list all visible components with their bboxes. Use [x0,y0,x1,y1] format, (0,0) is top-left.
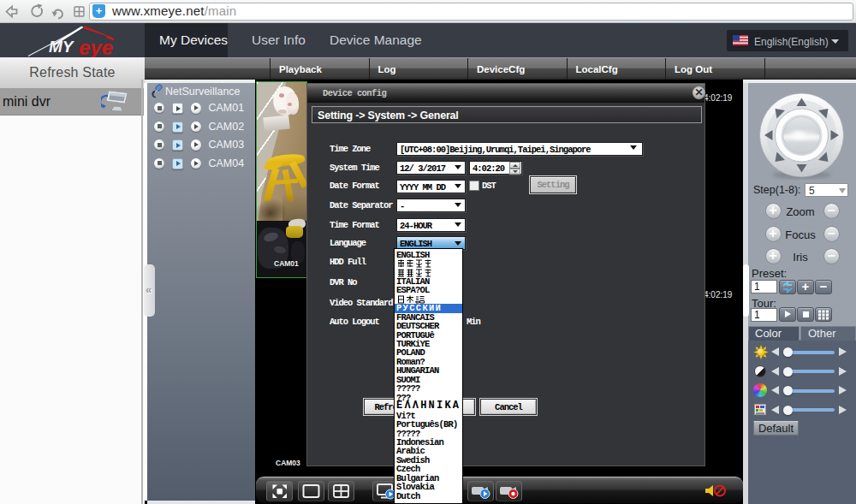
svg-text:eye: eye [79,36,113,57]
svg-text:MY: MY [49,38,75,56]
